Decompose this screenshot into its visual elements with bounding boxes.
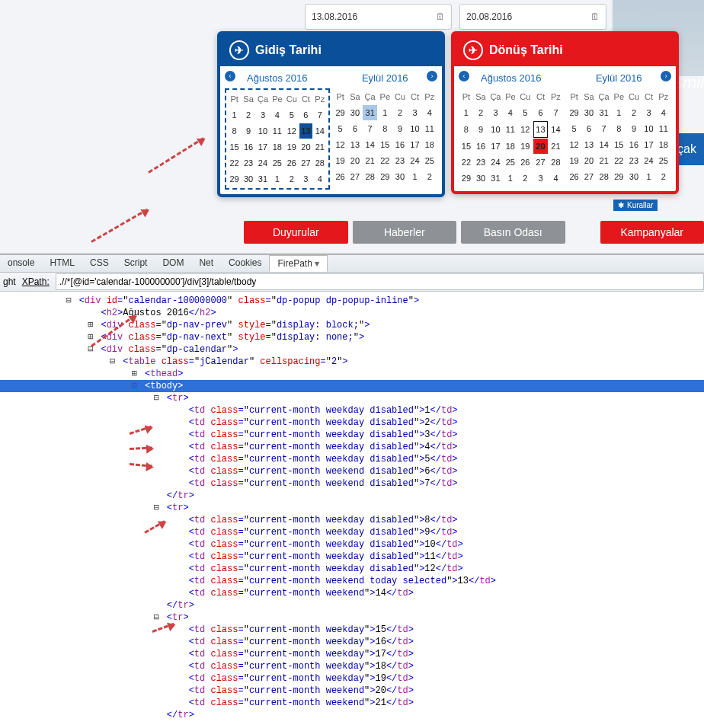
annotation-arrow (91, 209, 148, 243)
month-label: Ağustos 2016 (247, 72, 308, 84)
devtools-tab-net[interactable]: Net (191, 255, 221, 272)
annotation-arrow (148, 137, 204, 174)
plane-icon: ✈ (463, 40, 483, 60)
devtools-tab-css[interactable]: CSS (82, 255, 117, 272)
calendar-icon: 🗓 (436, 11, 445, 22)
tab-kampanyalar[interactable]: Kampanyalar (600, 221, 705, 244)
gear-icon: ✱ (618, 201, 624, 209)
depart-date-value: 13.08.2016 (312, 11, 357, 22)
month-label: Eylül 2016 (362, 72, 408, 84)
page-top: Smil Uçak ✱ Kurallar 13.08.2016 🗓 20.08.… (0, 0, 704, 254)
prev-month-button[interactable]: ‹ (225, 71, 235, 81)
prev-month-button[interactable]: ‹ (459, 71, 469, 81)
devtools-tab-cookies[interactable]: Cookies (221, 255, 269, 272)
calendar-depart-title: Gidiş Tarihi (255, 43, 322, 57)
tab-basin-odasi[interactable]: Basın Odası (461, 221, 565, 244)
next-month-button[interactable]: › (661, 71, 671, 81)
tab-duyurular[interactable]: Duyurular (244, 221, 348, 244)
devtools-tab-dom[interactable]: DOM (155, 255, 191, 272)
devtools-tab-onsole[interactable]: onsole (0, 255, 42, 272)
calendar-icon: 🗓 (590, 11, 600, 22)
calendar-depart: ✈ Gidiş Tarihi ‹ Ağustos 2016 PtSaÇaPeCu… (217, 31, 445, 197)
month-label: Ağustos 2016 (481, 72, 542, 84)
devtools-tab-html[interactable]: HTML (42, 255, 82, 272)
firepath-toolbar: ght XPath: (0, 273, 704, 292)
calendar-table[interactable]: PtSaÇaPeCuCtPz29303112345678910111213141… (567, 88, 672, 185)
dom-tree[interactable]: ⊟ <div id="calendar-100000000" class="dp… (0, 292, 704, 728)
side-chip-kurallar[interactable]: ✱ Kurallar (613, 200, 658, 211)
calendar-table[interactable]: PtSaÇaPeCuCtPz12345678910111213141516171… (459, 88, 564, 187)
calendar-table[interactable]: PtSaÇaPeCuCtPz12345678910111213141516171… (227, 91, 328, 187)
next-month-button[interactable]: › (427, 71, 437, 81)
xpath-input[interactable] (56, 273, 704, 290)
calendar-return-title: Dönüş Tarihi (489, 43, 563, 57)
plane-icon: ✈ (229, 40, 249, 60)
xpath-mode-dropdown[interactable]: XPath: (22, 276, 50, 287)
devtools-tab-firepath[interactable]: FirePath (269, 255, 328, 272)
calendar-month-sep: Eylül 2016 › PtSaÇaPeCuCtPz2930311234567… (333, 69, 438, 190)
return-date-field[interactable]: 20.08.2016 🗓 (459, 4, 606, 30)
side-chip-label: Kurallar (627, 201, 653, 209)
calendar-month-aug: ‹ Ağustos 2016 PtSaÇaPeCuCtPz12345678910… (225, 69, 330, 190)
month-label: Eylül 2016 (596, 72, 642, 84)
devtools-tabbar: onsoleHTMLCSSScriptDOMNetCookiesFirePath (0, 254, 704, 273)
calendar-table[interactable]: PtSaÇaPeCuCtPz29303112345678910111213141… (333, 88, 438, 185)
calendar-return: ✈ Dönüş Tarihi ‹ Ağustos 2016 PtSaÇaPeCu… (451, 31, 679, 194)
return-date-value: 20.08.2016 (466, 11, 512, 22)
tab-strip: Duyurular Haberler Basın Odası Kampanyal… (244, 221, 704, 244)
devtools-tab-script[interactable]: Script (117, 255, 155, 272)
depart-date-field[interactable]: 13.08.2016 🗓 (305, 4, 452, 30)
highlight-button[interactable]: ght (3, 276, 16, 287)
date-inputs: 13.08.2016 🗓 20.08.2016 🗓 (305, 4, 606, 30)
tab-haberler[interactable]: Haberler (353, 221, 457, 244)
